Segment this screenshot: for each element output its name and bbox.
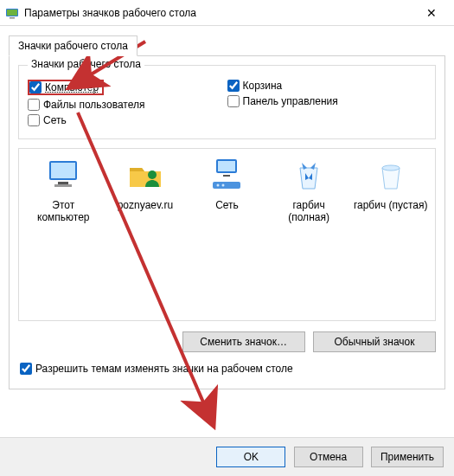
network-icon	[208, 156, 246, 194]
svg-point-12	[217, 184, 220, 187]
preview-item-user[interactable]: poznyaev.ru	[107, 156, 183, 211]
checkbox-allow-themes[interactable]	[20, 363, 32, 375]
svg-point-14	[382, 165, 400, 170]
svg-rect-2	[10, 17, 15, 19]
user-folder-icon	[126, 156, 164, 194]
change-icon-button[interactable]: Сменить значок…	[182, 331, 305, 352]
svg-rect-10	[223, 175, 230, 177]
svg-point-13	[222, 184, 225, 187]
close-button[interactable]: ✕	[414, 0, 449, 26]
tab-desktop-icons[interactable]: Значки рабочего стола	[9, 35, 137, 56]
checkbox-row: Корзина	[227, 80, 427, 92]
cancel-button[interactable]: Отмена	[294, 447, 363, 467]
dialog-footer: OK Отмена Применить	[0, 437, 454, 476]
allow-themes-row: Разрешить темам изменять значки на рабоч…	[20, 363, 434, 375]
preview-item-network[interactable]: Сеть	[189, 156, 265, 211]
svg-rect-5	[58, 182, 68, 184]
checkbox-control-panel-label: Панель управления	[243, 95, 338, 107]
ok-button[interactable]: OK	[216, 447, 285, 467]
checkbox-control-panel[interactable]	[227, 95, 240, 107]
monitor-icon	[44, 156, 82, 194]
icon-button-row: Сменить значок… Обычный значок	[18, 330, 436, 356]
preview-item-this-pc[interactable]: Этот компьютер	[25, 156, 101, 224]
checkbox-row: Сеть	[28, 114, 227, 126]
svg-rect-9	[218, 161, 235, 171]
checkbox-row: Панель управления	[227, 95, 427, 107]
svg-rect-6	[54, 184, 72, 187]
svg-rect-4	[51, 163, 75, 178]
checkbox-user-files[interactable]	[28, 99, 40, 111]
checkbox-computer[interactable]	[29, 81, 42, 93]
checkbox-network-label: Сеть	[43, 114, 67, 126]
group-legend: Значки рабочего стола	[28, 58, 144, 70]
checkbox-row: Файлы пользователя	[28, 99, 227, 111]
checkbox-user-files-label: Файлы пользователя	[43, 99, 144, 111]
title-bar: Параметры значков рабочего стола ✕	[0, 0, 454, 26]
preview-label: гарбич (полная)	[271, 199, 347, 224]
checkbox-recycle-bin-label: Корзина	[243, 80, 283, 92]
checkbox-computer-label: Компьютер	[45, 81, 99, 93]
allow-themes-label: Разрешить темам изменять значки на рабоч…	[35, 363, 293, 375]
icon-preview-list: Этот компьютер poznyaev.ru Сеть гарбич (…	[18, 148, 436, 321]
preview-item-bin-empty[interactable]: гарбич (пустая)	[353, 156, 429, 211]
checkbox-network[interactable]	[28, 114, 40, 126]
svg-rect-1	[7, 10, 17, 16]
recycle-bin-full-icon	[290, 156, 328, 194]
recycle-bin-empty-icon	[372, 156, 410, 194]
preview-label: Этот компьютер	[25, 199, 101, 224]
preview-label: Сеть	[189, 199, 265, 211]
tab-panel: Значки рабочего стола Компьютер Файлы по…	[9, 55, 445, 389]
group-desktop-icons: Значки рабочего стола Компьютер Файлы по…	[18, 65, 436, 139]
apply-button[interactable]: Применить	[371, 447, 444, 467]
preview-label: гарбич (пустая)	[353, 199, 429, 211]
app-icon	[5, 6, 19, 20]
preview-item-bin-full[interactable]: гарбич (полная)	[271, 156, 347, 224]
window-title: Параметры значков рабочего стола	[24, 7, 414, 19]
default-icon-button[interactable]: Обычный значок	[313, 331, 436, 352]
tab-label: Значки рабочего стола	[18, 40, 128, 52]
checkbox-row: Компьютер	[28, 80, 227, 95]
checkbox-recycle-bin[interactable]	[227, 80, 240, 92]
highlight-box: Компьютер	[28, 80, 104, 95]
svg-point-7	[148, 170, 157, 179]
preview-label: poznyaev.ru	[107, 199, 183, 211]
